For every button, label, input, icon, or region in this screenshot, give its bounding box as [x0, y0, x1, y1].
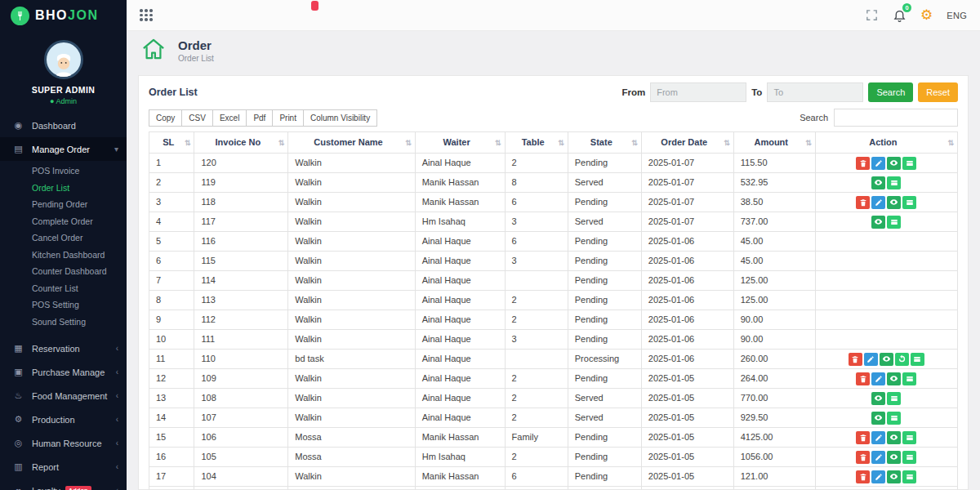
- cell-amount: 115.50: [733, 154, 815, 173]
- sort-icon[interactable]: ⇅: [405, 136, 412, 149]
- sidebar-subitem-order-list[interactable]: Order List: [0, 180, 127, 197]
- cell-sl: 13: [149, 389, 194, 408]
- view-action-button[interactable]: [887, 431, 901, 444]
- invoice-action-button[interactable]: [902, 470, 916, 483]
- from-date-input[interactable]: [650, 82, 746, 102]
- sidebar-item-manage-order[interactable]: ▤Manage Order▾: [0, 137, 127, 161]
- cell-date: 2025-01-05: [641, 389, 733, 408]
- cell-table: 6: [505, 232, 568, 252]
- edit-action-button[interactable]: [864, 353, 878, 366]
- edit-action-button[interactable]: [871, 431, 885, 444]
- edit-action-button[interactable]: [871, 196, 885, 209]
- delete-action-button[interactable]: [856, 451, 870, 464]
- sidebar-item-report[interactable]: ▥Report‹: [0, 455, 127, 479]
- sidebar-subitem-counter-list[interactable]: Counter List: [0, 280, 127, 297]
- sort-icon[interactable]: ⇅: [185, 136, 191, 149]
- view-action-button[interactable]: [887, 157, 901, 170]
- to-date-input[interactable]: [767, 82, 863, 102]
- invoice-action-button[interactable]: [902, 372, 916, 385]
- delete-action-button[interactable]: [856, 431, 870, 444]
- view-action-button[interactable]: [871, 412, 885, 425]
- apps-grid-icon[interactable]: [140, 9, 153, 21]
- edit-action-button[interactable]: [871, 451, 885, 464]
- view-action-button[interactable]: [887, 451, 901, 464]
- export-button-column-visibility[interactable]: Column Visibility: [303, 109, 377, 127]
- column-header-action[interactable]: Action⇅: [815, 132, 957, 154]
- sidebar-subitem-complete-order[interactable]: Complete Order: [0, 213, 127, 230]
- column-header-customer-name[interactable]: Customer Name⇅: [288, 132, 415, 154]
- export-button-csv[interactable]: CSV: [181, 109, 213, 127]
- column-header-invoice-no[interactable]: Invoice No⇅: [194, 132, 288, 154]
- invoice-action-button[interactable]: [911, 353, 924, 366]
- fullscreen-icon[interactable]: [865, 8, 879, 22]
- sidebar-item-food-management[interactable]: ♨Food Management‹: [0, 384, 127, 408]
- column-header-table[interactable]: Table⇅: [505, 132, 568, 154]
- sidebar-item-loyalty[interactable]: ♥LoyaltyAddon‹: [0, 479, 127, 490]
- sidebar-subitem-cancel-order[interactable]: Cancel Order: [0, 229, 127, 247]
- sidebar-subitem-kitchen-dashboard[interactable]: Kitchen Dashboard: [0, 247, 127, 264]
- delete-action-button[interactable]: [856, 196, 870, 209]
- export-button-excel[interactable]: Excel: [212, 109, 247, 127]
- cell-customer: Walkin: [288, 369, 415, 389]
- invoice-action-button[interactable]: [887, 216, 901, 229]
- column-header-waiter[interactable]: Waiter⇅: [415, 132, 505, 154]
- view-action-button[interactable]: [880, 353, 893, 366]
- sort-icon[interactable]: ⇅: [805, 136, 812, 149]
- sort-icon[interactable]: ⇅: [558, 136, 564, 149]
- reset-button[interactable]: Reset: [918, 82, 958, 102]
- cell-table: 3: [505, 252, 568, 271]
- column-header-state[interactable]: State⇅: [568, 132, 641, 154]
- view-action-button[interactable]: [887, 470, 901, 483]
- notifications-bell-icon[interactable]: 0: [893, 8, 906, 22]
- edit-action-button[interactable]: [871, 372, 885, 385]
- column-header-order-date[interactable]: Order Date⇅: [641, 132, 733, 154]
- invoice-action-button[interactable]: [902, 157, 916, 170]
- sort-icon[interactable]: ⇅: [631, 136, 638, 149]
- sort-icon[interactable]: ⇅: [947, 136, 954, 149]
- invoice-action-button[interactable]: [902, 431, 916, 444]
- avatar[interactable]: [44, 40, 83, 79]
- process-action-button[interactable]: [895, 353, 909, 366]
- view-action-button[interactable]: [871, 392, 885, 405]
- sidebar-item-human-resource[interactable]: ◎Human Resource‹: [0, 431, 127, 455]
- language-selector[interactable]: ENG: [947, 11, 967, 20]
- sidebar-item-purchase-manage[interactable]: ▣Purchase Manage‹: [0, 360, 127, 384]
- export-button-pdf[interactable]: Pdf: [246, 109, 273, 127]
- edit-action-button[interactable]: [871, 157, 885, 170]
- invoice-action-button[interactable]: [887, 412, 901, 425]
- sort-icon[interactable]: ⇅: [278, 136, 285, 149]
- cell-amount: 264.00: [733, 369, 815, 389]
- settings-gear-icon[interactable]: ⚙: [920, 8, 933, 22]
- sidebar-subitem-pos-setting[interactable]: POS Setting: [0, 296, 127, 314]
- delete-action-button[interactable]: [856, 157, 870, 170]
- brand[interactable]: BHOJON: [0, 0, 127, 31]
- view-action-button[interactable]: [871, 216, 885, 229]
- invoice-action-button[interactable]: [887, 392, 901, 405]
- sidebar-subitem-pending-order[interactable]: Pending Order: [0, 196, 127, 213]
- sidebar-item-dashboard[interactable]: ◉Dashboard: [0, 114, 127, 137]
- table-row: 8113WalkinAinal Haque2Pending2025-01-061…: [149, 291, 958, 310]
- edit-action-button[interactable]: [871, 470, 885, 483]
- search-button[interactable]: Search: [868, 82, 913, 102]
- delete-action-button[interactable]: [849, 353, 862, 366]
- table-search-input[interactable]: [834, 109, 958, 127]
- sidebar-subitem-counter-dashboard[interactable]: Counter Dashboard: [0, 263, 127, 280]
- column-header-amount[interactable]: Amount⇅: [733, 132, 815, 154]
- delete-action-button[interactable]: [856, 372, 870, 385]
- view-action-button[interactable]: [871, 176, 885, 189]
- sidebar-item-production[interactable]: ⚙Production‹: [0, 408, 127, 431]
- column-header-sl[interactable]: SL⇅: [149, 132, 194, 154]
- sort-icon[interactable]: ⇅: [495, 136, 501, 149]
- sidebar-subitem-sound-setting[interactable]: Sound Setting: [0, 314, 127, 331]
- sidebar-item-reservation[interactable]: ▦Reservation‹: [0, 336, 127, 360]
- export-button-print[interactable]: Print: [272, 109, 304, 127]
- view-action-button[interactable]: [887, 196, 901, 209]
- sidebar-subitem-pos-invoice[interactable]: POS Invoice: [0, 163, 127, 180]
- invoice-action-button[interactable]: [887, 176, 901, 189]
- view-action-button[interactable]: [887, 372, 901, 385]
- invoice-action-button[interactable]: [902, 451, 916, 464]
- sort-icon[interactable]: ⇅: [724, 136, 730, 149]
- invoice-action-button[interactable]: [902, 196, 916, 209]
- delete-action-button[interactable]: [856, 470, 870, 483]
- export-button-copy[interactable]: Copy: [149, 109, 182, 127]
